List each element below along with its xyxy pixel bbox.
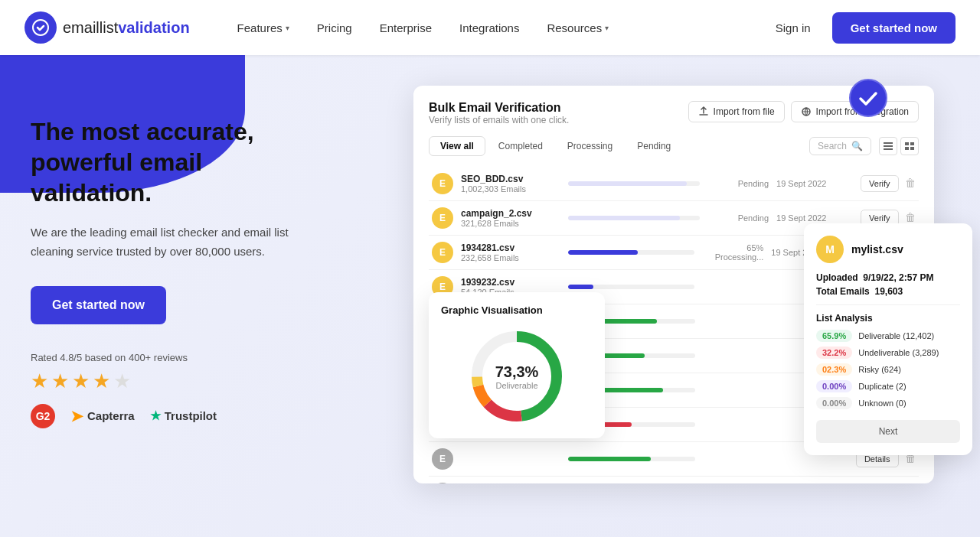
search-box[interactable]: Search 🔍	[809, 137, 871, 155]
sign-in-link[interactable]: Sign in	[766, 15, 820, 41]
trust-logos: G2 ➤ Capterra ★ Trustpilot	[31, 404, 291, 428]
analysis-row: 0.00% Duplicate (2)	[816, 380, 960, 392]
next-button[interactable]: Next	[816, 420, 960, 443]
logo-icon	[24, 11, 57, 44]
capterra-logo: ➤ Capterra	[70, 407, 135, 425]
row-name: campaign_2.csv 321,628 Emails	[461, 208, 560, 228]
row-name: SEO_BDD.csv 1,002,303 Emails	[461, 174, 560, 194]
list-analysis-title: List Analysis	[816, 313, 960, 324]
features-arrow-icon: ▾	[286, 24, 289, 32]
analysis-rows: 65.9% Deliverable (12,402) 32.2% Undeliv…	[816, 330, 960, 409]
svg-rect-8	[910, 142, 914, 145]
analysis-label: Risky (624)	[858, 365, 901, 374]
svg-rect-10	[910, 147, 914, 150]
list-view-icon[interactable]	[879, 137, 897, 155]
row-action-button[interactable]: Verify	[861, 175, 899, 192]
viz-title: Graphic Visualisation	[441, 304, 593, 316]
hero-title: The most accurate, powerful email valida…	[31, 116, 291, 208]
row-date: 19 Sept 2022	[776, 213, 853, 223]
analysis-label: Unknown (0)	[858, 399, 906, 408]
analysis-label: Undeliverable (3,289)	[858, 348, 939, 357]
view-icons	[879, 137, 919, 155]
nav-links: Features ▾ Pricing Enterprise Integratio…	[227, 15, 766, 41]
svg-point-0	[33, 20, 48, 35]
upload-icon	[698, 106, 709, 117]
hero-left: The most accurate, powerful email valida…	[0, 55, 322, 459]
row-bar-fill	[568, 457, 651, 461]
svg-rect-4	[884, 142, 893, 144]
row-icon: E	[432, 173, 453, 194]
row-emails: 321,628 Emails	[461, 219, 560, 228]
row-delete-button[interactable]: 🗑	[905, 211, 916, 223]
star-4: ★	[93, 369, 110, 393]
nav-resources[interactable]: Resources ▾	[536, 15, 619, 41]
nav-integrations[interactable]: Integrations	[449, 15, 530, 41]
trustpilot-star-icon: ★	[150, 408, 161, 423]
row-action: Verify 🗑	[861, 175, 916, 192]
row-filename: campaign_2.csv	[461, 208, 560, 219]
tab-processing[interactable]: Processing	[556, 136, 624, 156]
nav-enterprise[interactable]: Enterprise	[369, 15, 443, 41]
tab-completed[interactable]: Completed	[487, 136, 554, 156]
row-name: 1934281.csv 232,658 Emails	[461, 242, 560, 262]
row-progress-bar	[568, 250, 694, 255]
integration-icon	[801, 106, 812, 117]
logo[interactable]: emaillistvalidation	[24, 11, 190, 44]
row-progress-bar	[568, 181, 700, 186]
tab-pending[interactable]: Pending	[626, 136, 682, 156]
row-delete-button[interactable]: 🗑	[905, 177, 916, 189]
row-icon: E	[432, 448, 453, 470]
svg-rect-5	[884, 145, 893, 147]
get-started-nav-button[interactable]: Get started now	[832, 12, 956, 44]
analysis-badge: 0.00%	[816, 397, 852, 409]
row-date: 19 Sept 2022	[776, 179, 853, 188]
row-status: 65% Processing...	[702, 243, 763, 262]
donut-container: 73,3% Deliverable	[441, 327, 593, 426]
mylist-card: M mylist.csv Uploaded 9/19/22, 2:57 PM T…	[804, 223, 972, 455]
graphic-visualisation-card: Graphic Visualisation 73,3% Delivera	[429, 292, 605, 438]
row-filename: 1939232.csv	[461, 277, 560, 288]
row-bar-fill	[568, 285, 593, 289]
analysis-row: 02.3% Risky (624)	[816, 363, 960, 376]
navbar: emaillistvalidation Features ▾ Pricing E…	[0, 0, 980, 55]
analysis-row: 32.2% Undeliverable (3,289)	[816, 347, 960, 359]
star-1: ★	[31, 369, 48, 393]
analysis-badge: 65.9%	[816, 330, 852, 342]
search-icon: 🔍	[851, 141, 863, 151]
analysis-row: 65.9% Deliverable (12,402)	[816, 330, 960, 342]
row-icon: E	[432, 207, 453, 229]
get-started-hero-button[interactable]: Get started now	[31, 286, 166, 324]
row-icon: E	[432, 483, 453, 483]
mylist-total-emails: Total Emails 19,603	[816, 286, 960, 297]
trustpilot-logo: ★ Trustpilot	[150, 408, 217, 423]
svg-rect-6	[884, 148, 893, 150]
import-file-button[interactable]: Import from file	[688, 101, 785, 122]
row-status: Pending	[707, 213, 769, 223]
donut-label: Deliverable	[495, 381, 539, 390]
hero-subtitle: We are the leading email list checker an…	[31, 223, 291, 262]
svg-rect-7	[905, 142, 909, 145]
row-filename: SEO_BDD.csv	[461, 174, 560, 184]
nav-features[interactable]: Features ▾	[227, 15, 300, 41]
star-5-half: ★	[113, 369, 131, 393]
logo-text: emaillistvalidation	[63, 19, 190, 37]
star-3: ★	[72, 369, 90, 393]
row-emails: 1,002,303 Emails	[461, 184, 560, 194]
table-row: E SEO_BDD.csv 1,002,303 Emails Pending 1…	[429, 167, 919, 201]
star-2: ★	[51, 369, 69, 393]
tab-view-all[interactable]: View all	[429, 136, 485, 156]
row-bar-fill	[568, 250, 638, 255]
table-row: E HGERL34.csv 34 Emails Details 🗑	[429, 477, 919, 483]
nav-pricing[interactable]: Pricing	[306, 15, 363, 41]
row-bar-fill	[568, 216, 680, 220]
mylist-icon: M	[816, 236, 844, 263]
resources-arrow-icon: ▾	[605, 24, 609, 32]
rating-text: Rated 4.8/5 based on 400+ reviews	[31, 352, 291, 363]
donut-percentage: 73,3%	[495, 363, 539, 381]
rating-section: Rated 4.8/5 based on 400+ reviews ★ ★ ★ …	[31, 352, 291, 428]
analysis-row: 0.00% Unknown (0)	[816, 397, 960, 409]
grid-view-icon[interactable]	[900, 137, 919, 155]
analysis-badge: 02.3%	[816, 363, 852, 376]
svg-rect-9	[905, 147, 909, 150]
mylist-filename: mylist.csv	[851, 243, 903, 255]
